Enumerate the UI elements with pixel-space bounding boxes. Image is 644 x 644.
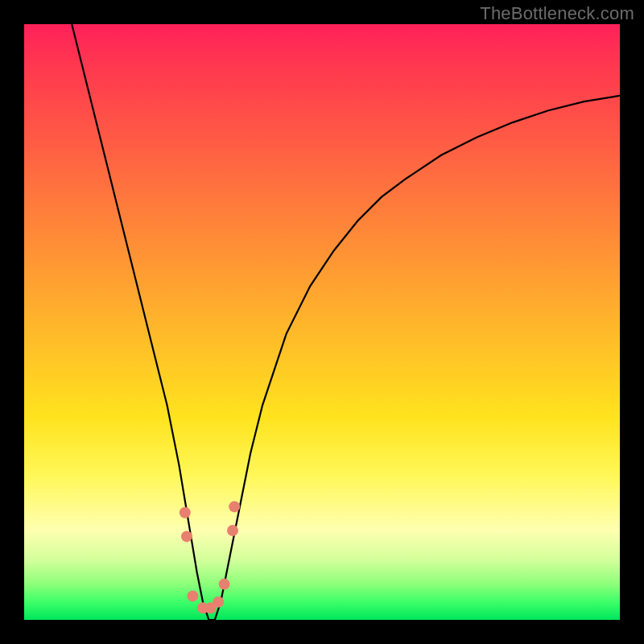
chart-svg [24, 24, 620, 620]
data-marker [213, 597, 224, 608]
watermark-text: TheBottleneck.com [480, 3, 634, 24]
bottleneck-curve [72, 24, 620, 620]
data-marker [187, 590, 198, 601]
data-marker [181, 530, 192, 542]
data-marker [227, 525, 238, 536]
data-marker [180, 507, 191, 518]
data-marker [229, 501, 240, 512]
chart-area [24, 24, 620, 620]
data-marker [219, 579, 230, 590]
